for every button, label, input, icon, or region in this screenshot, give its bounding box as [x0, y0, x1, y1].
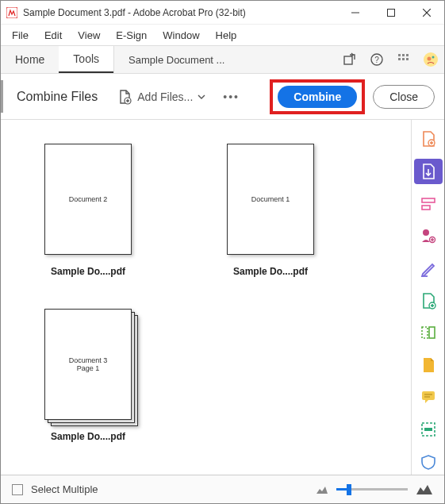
create-pdf-icon[interactable] [414, 126, 443, 152]
svg-point-25 [423, 229, 429, 236]
document-thumb[interactable]: Document 3 Page 1 Sample Do....pdf [40, 309, 136, 442]
document-thumb[interactable]: Document 2 Sample Do....pdf [40, 144, 136, 277]
app-icon [6, 6, 18, 19]
svg-point-15 [428, 57, 432, 61]
svg-point-16 [432, 56, 435, 59]
svg-rect-23 [422, 198, 435, 202]
close-window-button[interactable] [409, 1, 444, 25]
document-thumb[interactable]: Document 1 Sample Do....pdf [223, 144, 318, 277]
share-icon[interactable] [336, 46, 363, 73]
select-multiple-label: Select Multiple [31, 483, 98, 495]
document-canvas[interactable]: Document 2 Sample Do....pdf Document 1 S… [1, 120, 411, 475]
zoom-handle[interactable] [347, 484, 351, 495]
footer: Select Multiple [1, 475, 444, 503]
menu-view[interactable]: View [70, 27, 108, 44]
svg-rect-2 [387, 9, 394, 16]
menubar: File Edit View E-Sign Window Help [1, 25, 444, 45]
svg-rect-9 [402, 54, 405, 56]
svg-text:?: ? [374, 56, 379, 64]
window-title: Sample Document 3.pdf - Adobe Acrobat Pr… [23, 7, 337, 18]
minimize-button[interactable] [337, 1, 373, 25]
menu-esign[interactable]: E-Sign [108, 27, 155, 44]
page-stack: Document 3 Page 1 [44, 309, 132, 420]
menu-file[interactable]: File [4, 27, 36, 44]
document-tab[interactable]: Sample Document ... [113, 46, 239, 73]
annotate-icon[interactable] [414, 256, 443, 282]
preview-text: Document 3 [69, 356, 108, 364]
add-files-icon [117, 89, 132, 105]
zoom-in-icon[interactable] [416, 484, 433, 495]
svg-rect-35 [422, 391, 435, 400]
menu-window[interactable]: Window [155, 27, 207, 44]
top-nav: Home Tools Sample Document ... ? [1, 45, 444, 74]
svg-rect-34 [429, 327, 435, 338]
combine-highlight: Combine [270, 79, 365, 114]
compare-icon[interactable] [414, 320, 443, 346]
page-preview: Document 1 [227, 144, 314, 255]
apps-icon[interactable] [390, 46, 417, 73]
svg-rect-12 [402, 58, 405, 60]
menu-edit[interactable]: Edit [36, 27, 70, 44]
menu-help[interactable]: Help [208, 27, 245, 44]
redact-icon[interactable] [414, 417, 443, 443]
preview-text: Document 2 [69, 195, 108, 203]
svg-rect-0 [6, 7, 17, 18]
combine-button[interactable]: Combine [278, 86, 357, 108]
svg-rect-5 [344, 56, 352, 64]
more-options-button[interactable]: ••• [220, 87, 243, 106]
page-preview: Document 3 Page 1 [44, 309, 132, 420]
edit-pdf-icon[interactable] [414, 190, 443, 217]
maximize-button[interactable] [373, 1, 409, 25]
window-controls [337, 1, 444, 25]
thumb-label: Sample Do....pdf [51, 431, 125, 442]
select-multiple-checkbox[interactable] [12, 484, 23, 495]
export-pdf-icon[interactable] [414, 159, 443, 185]
protect-icon[interactable] [414, 448, 443, 475]
preview-text: Page 1 [77, 364, 100, 372]
stamp-icon[interactable] [414, 352, 443, 378]
organize-icon[interactable] [414, 287, 443, 314]
titlebar: Sample Document 3.pdf - Adobe Acrobat Pr… [1, 1, 444, 25]
svg-rect-11 [398, 58, 401, 60]
main-area: Document 2 Sample Do....pdf Document 1 S… [1, 120, 444, 475]
preview-text: Document 1 [251, 195, 290, 203]
canvas-wrap: Document 2 Sample Do....pdf Document 1 S… [1, 120, 411, 475]
svg-rect-39 [424, 428, 432, 431]
page-preview: Document 2 [44, 144, 132, 255]
zoom-out-icon[interactable] [316, 485, 328, 494]
svg-rect-13 [406, 58, 409, 60]
toolbar-title: Combine Files [17, 90, 98, 104]
chevron-down-icon [198, 93, 205, 101]
app-window: Sample Document 3.pdf - Adobe Acrobat Pr… [0, 0, 445, 504]
sign-icon[interactable] [414, 223, 443, 249]
nav-home[interactable]: Home [1, 46, 59, 73]
zoom-slider[interactable] [336, 488, 408, 491]
svg-rect-8 [398, 54, 401, 56]
toolbar-accent [1, 80, 3, 113]
thumb-label: Sample Do....pdf [51, 266, 125, 277]
combine-toolbar: Combine Files Add Files... ••• Combine C… [1, 74, 444, 120]
tool-rail [411, 120, 444, 475]
svg-rect-10 [406, 54, 409, 56]
bell-icon[interactable] [417, 46, 444, 73]
help-icon[interactable]: ? [363, 46, 390, 73]
add-files-button[interactable]: Add Files... [112, 86, 210, 108]
thumb-label: Sample Do....pdf [233, 266, 308, 277]
svg-rect-24 [422, 206, 430, 210]
svg-rect-33 [422, 327, 428, 338]
zoom-control [316, 484, 433, 495]
comment-icon[interactable] [414, 384, 443, 410]
add-files-label: Add Files... [137, 90, 193, 103]
close-button[interactable]: Close [373, 85, 435, 109]
nav-tools[interactable]: Tools [59, 46, 113, 73]
